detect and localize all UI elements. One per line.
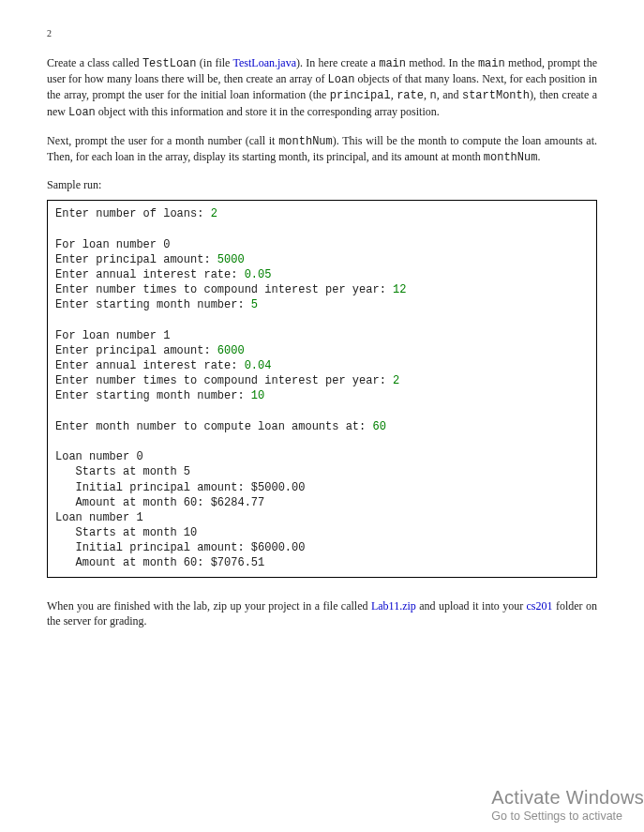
user-input: 12: [393, 283, 406, 296]
code-span: monthNum: [278, 135, 333, 148]
code-line: Amount at month 60: $6284.77: [55, 496, 264, 509]
user-input: 0.05: [245, 268, 272, 281]
code-span: TestLoan: [142, 57, 197, 70]
code-span: monthNum: [484, 151, 538, 164]
code-line: Enter number of loans:: [55, 207, 211, 220]
code-line: Initial principal amount: $5000.00: [55, 481, 305, 494]
code-line: Enter number times to compound interest …: [55, 374, 393, 387]
code-line: Enter annual interest rate:: [55, 268, 245, 281]
text: object with this information and store i…: [96, 105, 440, 118]
sample-output-box: Enter number of loans: 2 For loan number…: [47, 200, 597, 578]
code-span: rate: [397, 89, 424, 102]
link-lab11-zip[interactable]: Lab11.zip: [371, 599, 416, 613]
link-cs201[interactable]: cs201: [527, 599, 553, 613]
code-line: Enter starting month number:: [55, 298, 251, 311]
windows-activation-watermark: Activate Windows Go to Settings to activ…: [491, 787, 644, 823]
code-line: Starts at month 10: [55, 526, 197, 539]
code-span: main: [478, 57, 505, 70]
code-line: Enter month number to compute loan amoun…: [55, 420, 372, 433]
code-span: Loan: [68, 106, 96, 119]
code-line: Amount at month 60: $7076.51: [55, 556, 264, 569]
user-input: 10: [251, 389, 264, 402]
code-span: n: [429, 89, 436, 102]
code-line: Enter principal amount:: [55, 253, 217, 266]
user-input: 5: [251, 298, 258, 311]
code-span: main: [379, 57, 406, 70]
text: .: [537, 150, 540, 163]
text: When you are finished with the lab, zip …: [47, 599, 371, 613]
text: Create a class called: [47, 56, 142, 69]
text: ). In here create a: [296, 56, 379, 69]
code-line: Loan number 0: [55, 450, 143, 463]
user-input: 2: [211, 207, 217, 220]
code-line: Enter number times to compound interest …: [55, 283, 393, 296]
page-number: 2: [47, 28, 597, 38]
code-line: Starts at month 5: [55, 465, 190, 478]
paragraph-3: When you are finished with the lab, zip …: [47, 598, 597, 628]
code-line: For loan number 1: [55, 329, 170, 342]
code-span: startMonth: [462, 89, 530, 102]
code-line: Initial principal amount: $6000.00: [55, 541, 305, 554]
text: Next, prompt the user for a month number…: [47, 134, 278, 147]
code-line: Enter starting month number:: [55, 389, 251, 402]
watermark-subtitle: Go to Settings to activate: [491, 809, 644, 823]
code-line: Loan number 1: [55, 511, 143, 524]
link-testloan-java[interactable]: TestLoan.java: [233, 56, 296, 69]
sample-run-label: Sample run:: [47, 178, 597, 192]
user-input: 0.04: [245, 359, 272, 372]
paragraph-1: Create a class called TestLoan (in file …: [47, 55, 597, 120]
user-input: 60: [372, 420, 385, 433]
document-page: 2 Create a class called TestLoan (in fil…: [0, 0, 644, 670]
text: , and: [437, 88, 462, 101]
paragraph-2: Next, prompt the user for a month number…: [47, 133, 597, 165]
code-line: Enter principal amount:: [55, 344, 217, 357]
text: (in file: [196, 56, 232, 69]
code-line: Enter annual interest rate:: [55, 359, 245, 372]
text: and upload it into your: [416, 599, 527, 613]
code-span: Loan: [328, 73, 355, 86]
code-line: For loan number 0: [55, 238, 170, 251]
text: method. In the: [406, 56, 478, 69]
code-span: principal: [330, 89, 391, 102]
user-input: 6000: [217, 344, 245, 357]
user-input: 2: [393, 374, 399, 387]
watermark-title: Activate Windows: [491, 787, 644, 809]
user-input: 5000: [217, 253, 245, 266]
